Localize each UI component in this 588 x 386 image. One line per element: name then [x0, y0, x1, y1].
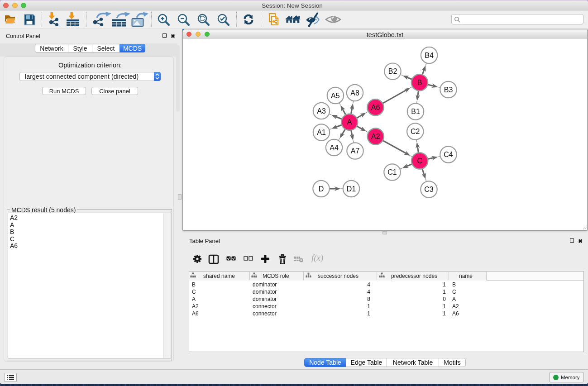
svg-text:A: A — [347, 118, 352, 126]
svg-text:C1: C1 — [387, 168, 397, 176]
svg-text:B1: B1 — [411, 108, 420, 115]
svg-text:C: C — [417, 157, 422, 165]
svg-text:B4: B4 — [425, 52, 434, 59]
svg-text:A6: A6 — [371, 104, 380, 111]
svg-text:B2: B2 — [388, 67, 397, 75]
svg-text:D1: D1 — [347, 185, 356, 193]
svg-text:D: D — [319, 185, 324, 193]
svg-text:A3: A3 — [317, 107, 326, 115]
svg-text:A8: A8 — [350, 89, 359, 97]
svg-text:A2: A2 — [371, 133, 380, 140]
svg-text:A7: A7 — [351, 147, 360, 155]
svg-text:B3: B3 — [444, 86, 453, 94]
svg-text:C2: C2 — [411, 128, 420, 135]
svg-text:C3: C3 — [424, 186, 434, 193]
svg-text:C4: C4 — [444, 151, 453, 158]
svg-text:A1: A1 — [317, 129, 326, 136]
svg-text:B: B — [417, 79, 422, 86]
svg-text:A5: A5 — [331, 92, 340, 100]
svg-text:A4: A4 — [330, 144, 339, 152]
